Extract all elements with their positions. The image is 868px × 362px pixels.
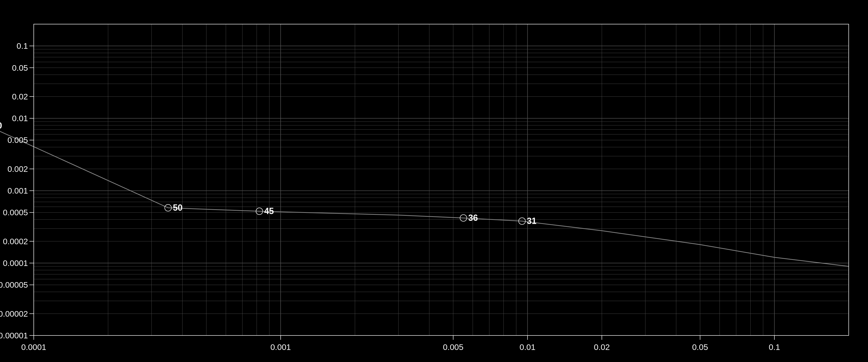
svg-text:0.001: 0.001	[270, 342, 291, 352]
svg-text:0.00001: 0.00001	[0, 331, 28, 340]
svg-text:0.0002: 0.0002	[3, 237, 28, 246]
svg-text:0.00005: 0.00005	[0, 280, 28, 289]
svg-text:0.005: 0.005	[443, 342, 463, 352]
svg-text:0.05: 0.05	[692, 342, 708, 352]
svg-text:0.01: 0.01	[520, 342, 535, 352]
svg-rect-0	[34, 24, 849, 335]
svg-text:0.002: 0.002	[7, 164, 28, 173]
svg-text:0.01: 0.01	[12, 114, 28, 123]
svg-text:0.02: 0.02	[594, 342, 610, 352]
svg-text:0.005: 0.005	[7, 135, 28, 144]
svg-text:0.0001: 0.0001	[3, 258, 28, 268]
svg-text:36: 36	[468, 213, 478, 223]
svg-text:0.0005: 0.0005	[3, 208, 28, 217]
svg-text:0.001: 0.001	[7, 186, 28, 195]
svg-text:0.1: 0.1	[17, 41, 28, 51]
svg-text:50: 50	[173, 203, 183, 213]
svg-text:0.05: 0.05	[12, 63, 28, 73]
svg-text:45: 45	[264, 206, 274, 216]
svg-text:0.00002: 0.00002	[0, 309, 28, 318]
svg-text:0.1: 0.1	[769, 342, 780, 352]
svg-text:0.02: 0.02	[12, 92, 28, 101]
svg-text:31: 31	[527, 216, 536, 226]
svg-text:0.0001: 0.0001	[21, 342, 46, 352]
chart-container: 6050453631 0.00010.0010.0050.010.020.050…	[0, 0, 868, 362]
svg-text:60: 60	[0, 121, 2, 131]
chart-svg: 6050453631 0.00010.0010.0050.010.020.050…	[0, 0, 868, 362]
